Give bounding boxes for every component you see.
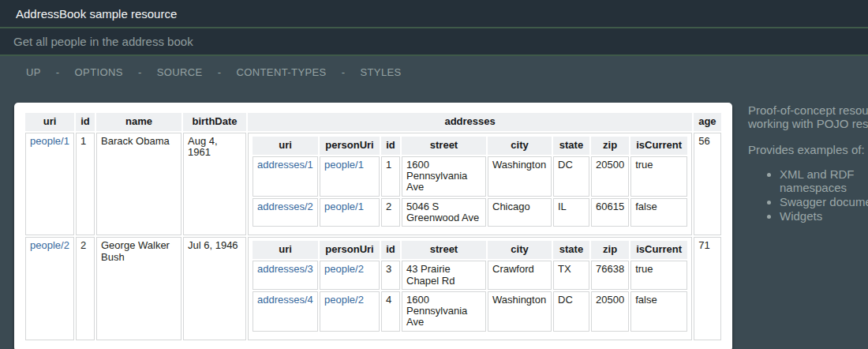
address-col-header-personuri: personUri: [320, 137, 380, 155]
address-uri-cell: addresses/2: [253, 198, 318, 227]
person-link[interactable]: people/1: [324, 201, 364, 212]
address-zip-cell: 76638: [591, 261, 629, 290]
address-link[interactable]: addresses/2: [257, 201, 313, 212]
address-id-cell: 4: [381, 291, 400, 332]
person-age-cell: 56: [694, 133, 720, 235]
nav-separator: -: [56, 66, 60, 78]
addresses-table: uripersonUriidstreetcitystatezipisCurren…: [251, 135, 689, 228]
address-state-cell: DC: [553, 156, 589, 197]
address-col-header-zip: zip: [591, 137, 629, 155]
address-city-cell: Crawford: [488, 261, 552, 290]
address-state-cell: TX: [553, 261, 589, 290]
address-link[interactable]: addresses/4: [257, 294, 313, 306]
people-table: uri id name birthDate addresses age peop…: [24, 111, 723, 342]
notes-intro: Proof-of-concept resource for working wi…: [748, 103, 868, 130]
person-name-cell: Barack Obama: [96, 133, 181, 235]
address-col-header-id: id: [381, 137, 400, 155]
address-col-header-city: city: [488, 241, 552, 259]
nav-bar: UP - OPTIONS - SOURCE - CONTENT-TYPES - …: [0, 56, 868, 88]
people-header-row: uri id name birthDate addresses age: [25, 113, 721, 131]
person-age-cell: 71: [694, 237, 720, 340]
col-header-addresses: addresses: [248, 113, 692, 131]
col-header-age: age: [694, 113, 720, 131]
address-id-cell: 2: [381, 198, 400, 227]
person-row: people/22George Walker BushJul 6, 1946ur…: [25, 237, 721, 340]
notes-example-item: Widgets: [780, 209, 868, 223]
col-header-uri: uri: [25, 113, 74, 131]
nav-link-styles[interactable]: STYLES: [360, 66, 401, 78]
notes-example-item: Swagger documentation: [780, 195, 868, 208]
address-iscurrent-cell: true: [630, 261, 687, 290]
person-link[interactable]: people/1: [30, 135, 69, 147]
address-iscurrent-cell: true: [630, 156, 687, 197]
person-uri-cell: people/2: [25, 237, 74, 340]
address-zip-cell: 60615: [591, 198, 629, 227]
address-street-cell: 1600 Pennsylvania Ave: [402, 156, 486, 197]
address-city-cell: Washington: [488, 291, 552, 332]
col-header-birthdate: birthDate: [183, 113, 246, 131]
col-header-name: name: [96, 113, 181, 131]
col-header-id: id: [76, 113, 95, 131]
address-id-cell: 3: [381, 261, 400, 290]
address-city-cell: Chicago: [488, 198, 552, 227]
address-city-cell: Washington: [488, 156, 552, 197]
addresses-table: uripersonUriidstreetcitystatezipisCurren…: [251, 239, 689, 332]
address-id-cell: 1: [381, 156, 400, 197]
address-col-header-zip: zip: [591, 241, 629, 259]
people-table-body: people/11Barack ObamaAug 4, 1961uriperso…: [25, 133, 721, 340]
address-col-header-iscurrent: isCurrent: [630, 137, 687, 155]
address-link[interactable]: addresses/3: [257, 263, 313, 275]
person-link[interactable]: people/2: [324, 263, 364, 275]
address-col-header-iscurrent: isCurrent: [630, 241, 687, 259]
nav-link-content-types[interactable]: CONTENT-TYPES: [236, 66, 326, 78]
resource-notes: Proof-of-concept resource for working wi…: [748, 103, 868, 223]
address-personuri-cell: people/1: [320, 156, 380, 197]
address-col-header-street: street: [402, 241, 486, 259]
person-name-cell: George Walker Bush: [96, 237, 181, 340]
nav-link-up[interactable]: UP: [26, 66, 41, 78]
address-zip-cell: 20500: [591, 156, 629, 197]
address-uri-cell: addresses/3: [253, 261, 318, 290]
address-street-cell: 1600 Pennsylvania Ave: [402, 291, 486, 332]
address-row: addresses/3people/2343 Prairie Chapel Rd…: [253, 261, 687, 290]
description-bar: Get all people in the address book: [0, 28, 868, 56]
address-row: addresses/2people/125046 S Greenwood Ave…: [253, 198, 687, 227]
notes-example-item: XML and RDF namespaces: [780, 167, 868, 194]
address-street-cell: 5046 S Greenwood Ave: [402, 198, 486, 227]
address-row: addresses/1people/111600 Pennsylvania Av…: [253, 156, 687, 197]
person-id-cell: 1: [76, 133, 95, 235]
address-col-header-state: state: [553, 137, 589, 155]
address-header-row: uripersonUriidstreetcitystatezipisCurren…: [253, 137, 687, 155]
address-personuri-cell: people/1: [320, 198, 380, 227]
address-state-cell: IL: [553, 198, 589, 227]
person-link[interactable]: people/2: [30, 239, 69, 251]
address-col-header-street: street: [402, 137, 486, 155]
page-description: Get all people in the address book: [13, 35, 193, 48]
page-title: AddressBook sample resource: [16, 7, 177, 21]
person-uri-cell: people/1: [25, 133, 74, 235]
person-id-cell: 2: [76, 237, 95, 340]
address-uri-cell: addresses/1: [253, 156, 318, 197]
person-birthdate-cell: Aug 4, 1961: [183, 133, 246, 235]
address-col-header-personuri: personUri: [320, 241, 380, 259]
address-col-header-uri: uri: [253, 241, 318, 259]
nav-link-options[interactable]: OPTIONS: [75, 66, 123, 78]
person-link[interactable]: people/2: [324, 294, 364, 306]
address-col-header-uri: uri: [253, 137, 318, 155]
title-bar: AddressBook sample resource: [0, 0, 868, 28]
address-personuri-cell: people/2: [320, 261, 380, 290]
person-link[interactable]: people/1: [324, 159, 364, 171]
address-iscurrent-cell: false: [630, 198, 687, 227]
nav-link-source[interactable]: SOURCE: [157, 66, 203, 78]
address-link[interactable]: addresses/1: [257, 159, 313, 171]
notes-examples-heading: Provides examples of:: [748, 143, 868, 156]
address-col-header-id: id: [381, 241, 400, 259]
address-row: addresses/4people/241600 Pennsylvania Av…: [253, 291, 687, 332]
person-row: people/11Barack ObamaAug 4, 1961uriperso…: [25, 133, 721, 235]
address-col-header-state: state: [553, 241, 589, 259]
people-table-card: uri id name birthDate addresses age peop…: [14, 103, 732, 349]
address-personuri-cell: people/2: [320, 291, 380, 332]
address-state-cell: DC: [553, 291, 589, 332]
address-uri-cell: addresses/4: [253, 291, 318, 332]
addresses-cell: uripersonUriidstreetcitystatezipisCurren…: [248, 237, 692, 340]
